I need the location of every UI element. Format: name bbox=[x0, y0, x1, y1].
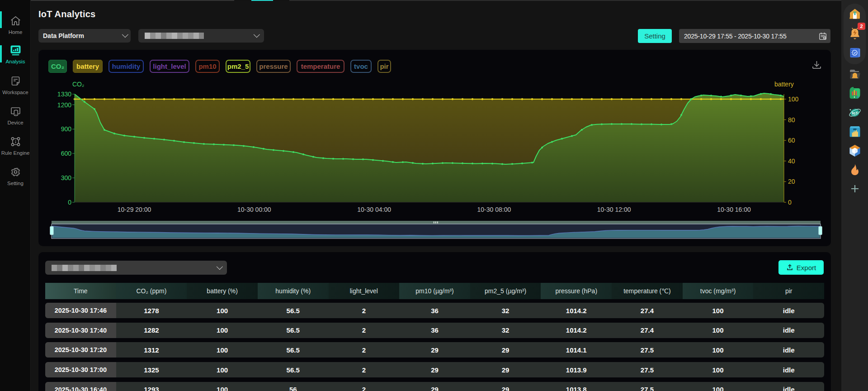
svg-text:0: 0 bbox=[788, 199, 792, 206]
svg-text:60: 60 bbox=[788, 137, 795, 144]
svg-text:900: 900 bbox=[61, 125, 72, 133]
svg-text:40: 40 bbox=[788, 157, 795, 165]
svg-text:1200: 1200 bbox=[57, 101, 71, 109]
svg-text:100: 100 bbox=[788, 95, 799, 103]
svg-text:300: 300 bbox=[61, 174, 72, 181]
svg-text:20: 20 bbox=[788, 178, 795, 185]
svg-text:10-30 12:00: 10-30 12:00 bbox=[597, 206, 631, 213]
svg-text:CO₂: CO₂ bbox=[72, 81, 84, 88]
svg-text:battery: battery bbox=[774, 81, 794, 88]
svg-text:10-30 04:00: 10-30 04:00 bbox=[357, 206, 391, 213]
svg-text:10-30 08:00: 10-30 08:00 bbox=[477, 206, 511, 213]
svg-text:10-30 16:00: 10-30 16:00 bbox=[717, 206, 751, 213]
svg-text:80: 80 bbox=[788, 116, 795, 124]
svg-text:0: 0 bbox=[68, 199, 71, 206]
svg-text:600: 600 bbox=[61, 150, 72, 157]
svg-text:1330: 1330 bbox=[57, 91, 71, 98]
svg-text:10-29 20:00: 10-29 20:00 bbox=[118, 206, 151, 213]
svg-text:10-30 00:00: 10-30 00:00 bbox=[237, 206, 271, 213]
